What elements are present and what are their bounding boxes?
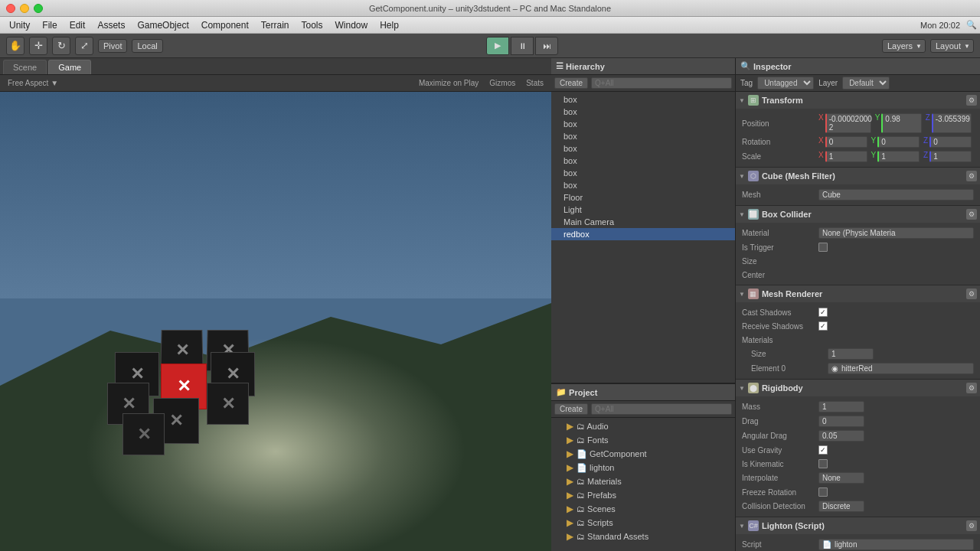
gizmos-toggle[interactable]: Gizmos <box>486 78 518 88</box>
maximize-button[interactable] <box>34 4 43 13</box>
hierarchy-item-box3[interactable]: box <box>551 118 735 130</box>
pause-button[interactable]: ⏸ <box>511 37 534 55</box>
script-value[interactable]: 📄lighton <box>818 539 974 550</box>
position-x[interactable]: -0.00002000 2 <box>825 113 871 133</box>
hierarchy-item-box2[interactable]: box <box>551 106 735 118</box>
position-y[interactable]: 0.98 <box>881 113 921 133</box>
project-create-button[interactable]: Create <box>554 403 588 415</box>
freeze-rotation-checkbox[interactable] <box>818 487 828 497</box>
layer-select[interactable]: Default <box>842 77 890 90</box>
mesh-renderer-header[interactable]: ▼ ▦ Mesh Renderer ⚙ <box>736 285 980 302</box>
local-button[interactable]: Local <box>132 39 162 53</box>
menu-terrain[interactable]: Terrain <box>255 18 296 32</box>
play-button[interactable]: ▶ <box>486 37 509 55</box>
drag-value[interactable]: 0 <box>818 416 864 427</box>
box-collider-header[interactable]: ▼ ⬜ Box Collider ⚙ <box>736 206 980 223</box>
scale-tool[interactable]: ⤢ <box>75 37 93 55</box>
receive-shadows-checkbox[interactable] <box>818 321 828 331</box>
mesh-filter-settings-icon[interactable]: ⚙ <box>966 171 977 181</box>
scene-tab[interactable]: Scene <box>3 60 47 74</box>
project-folder-lighton[interactable]: ▶📄 lighton <box>551 461 735 474</box>
viewport-canvas[interactable]: ✕ ✕ ✕ ✕ ✕ ✕ ✕ ✕ ✕ <box>0 92 551 551</box>
hierarchy-item-floor[interactable]: Floor <box>551 191 735 204</box>
project-folder-fonts[interactable]: ▶🗂 Fonts <box>551 433 735 447</box>
menu-file[interactable]: File <box>36 18 63 32</box>
scale-y[interactable]: 1 <box>877 151 920 162</box>
window-controls[interactable] <box>6 4 43 13</box>
hierarchy-item-box5[interactable]: box <box>551 142 735 155</box>
hierarchy-item-box7[interactable]: box <box>551 167 735 179</box>
project-folder-standard-assets[interactable]: ▶🗂 Standard Assets <box>551 530 735 543</box>
hierarchy-item-box8[interactable]: box <box>551 179 735 191</box>
mesh-filter-header[interactable]: ▼ ⬡ Cube (Mesh Filter) ⚙ <box>736 168 980 184</box>
project-folder-prefabs[interactable]: ▶🗂 Prefabs <box>551 488 735 502</box>
hierarchy-item-redbox[interactable]: redbox <box>551 228 735 240</box>
menu-tools[interactable]: Tools <box>295 18 328 32</box>
tag-select[interactable]: Untagged <box>757 77 814 90</box>
project-folder-materials[interactable]: ▶🗂 Materials <box>551 474 735 488</box>
mesh-renderer-settings-icon[interactable]: ⚙ <box>966 289 977 299</box>
collider-material-value[interactable]: None (Physic Materia <box>818 227 974 239</box>
hierarchy-create-button[interactable]: Create <box>554 77 588 89</box>
project-folder-audio[interactable]: ▶🗂 Audio <box>551 419 735 433</box>
element0-value[interactable]: ◉hitterRed <box>828 363 974 374</box>
mesh-value[interactable]: Cube <box>818 189 974 201</box>
rotate-tool[interactable]: ↻ <box>52 37 70 55</box>
minimize-button[interactable] <box>20 4 29 13</box>
project-header: 📁 Project <box>551 384 735 401</box>
rotation-y[interactable]: 0 <box>877 136 920 148</box>
menu-unity[interactable]: Unity <box>3 18 36 32</box>
lighton-script-header[interactable]: ▼ C# Lighton (Script) ⚙ <box>736 517 980 534</box>
is-kinematic-checkbox[interactable] <box>818 459 828 468</box>
rotation-z[interactable]: 0 <box>929 136 972 148</box>
menu-assets[interactable]: Assets <box>91 18 131 32</box>
aspect-ratio-selector[interactable]: Free Aspect ▼ <box>5 78 61 88</box>
hierarchy-search-input[interactable] <box>591 77 732 89</box>
project-folder-getcomponent[interactable]: ▶📄 GetComponent <box>551 447 735 461</box>
collision-detection-value[interactable]: Discrete <box>818 500 864 512</box>
layout-dropdown[interactable]: Layout <box>930 39 974 53</box>
scale-z[interactable]: 1 <box>929 151 972 162</box>
rigidbody-settings-icon[interactable]: ⚙ <box>966 383 977 393</box>
transform-settings-icon[interactable]: ⚙ <box>966 95 977 106</box>
close-button[interactable] <box>6 4 15 13</box>
hierarchy-item-box1[interactable]: box <box>551 93 735 106</box>
menu-gameobject[interactable]: GameObject <box>131 18 194 32</box>
rotation-x[interactable]: 0 <box>825 136 867 148</box>
game-tab[interactable]: Game <box>48 60 91 74</box>
hierarchy-item-box6[interactable]: box <box>551 155 735 167</box>
lighton-settings-icon[interactable]: ⚙ <box>966 520 977 531</box>
hierarchy-item-maincamera[interactable]: Main Camera <box>551 216 735 228</box>
hand-tool[interactable]: ✋ <box>6 37 24 55</box>
menu-window[interactable]: Window <box>329 18 374 32</box>
menu-help[interactable]: Help <box>374 18 405 32</box>
angular-drag-value[interactable]: 0.05 <box>818 430 864 442</box>
project-folder-scripts[interactable]: ▶🗂 Scripts <box>551 516 735 530</box>
scale-x[interactable]: 1 <box>825 151 867 162</box>
mat-size-value[interactable]: 1 <box>828 348 874 360</box>
project-folder-scenes[interactable]: ▶🗂 Scenes <box>551 502 735 516</box>
use-gravity-checkbox[interactable] <box>818 445 828 455</box>
project-search-input[interactable] <box>591 403 732 415</box>
menu-component[interactable]: Component <box>195 18 255 32</box>
transform-header[interactable]: ▼ ⊞ Transform ⚙ <box>736 92 980 109</box>
hierarchy-item-light[interactable]: Light <box>551 204 735 216</box>
step-button[interactable]: ⏭ <box>535 37 558 55</box>
move-tool[interactable]: ✛ <box>29 37 47 55</box>
maximize-on-play[interactable]: Maximize on Play <box>416 78 482 88</box>
stats-toggle[interactable]: Stats <box>523 78 547 88</box>
interpolate-value[interactable]: None <box>818 472 864 484</box>
search-icon[interactable]: 🔍 <box>966 20 977 30</box>
pivot-button[interactable]: Pivot <box>98 39 127 53</box>
project-toolbar: Create <box>551 401 735 418</box>
menu-edit[interactable]: Edit <box>64 18 92 32</box>
is-trigger-checkbox[interactable] <box>818 243 828 252</box>
cast-shadows-checkbox[interactable] <box>818 308 828 317</box>
element0-label: Element 0 <box>751 364 828 373</box>
box-collider-settings-icon[interactable]: ⚙ <box>966 209 977 220</box>
layers-dropdown[interactable]: Layers <box>882 39 926 53</box>
hierarchy-item-box4[interactable]: box <box>551 130 735 142</box>
rigidbody-header[interactable]: ▼ ⬤ Rigidbody ⚙ <box>736 380 980 396</box>
position-z[interactable]: -3.055399 <box>932 113 972 133</box>
mass-value[interactable]: 1 <box>818 401 864 412</box>
